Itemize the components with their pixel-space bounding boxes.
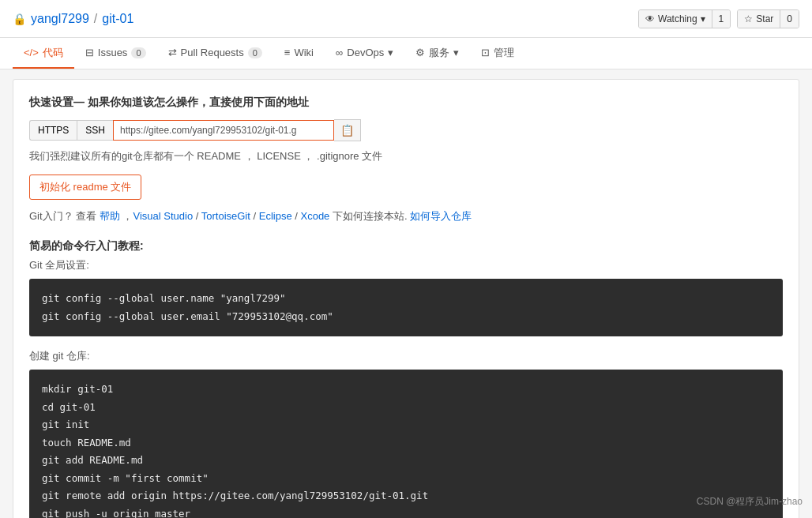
repo-title: 🔒 yangl7299 / git-01: [13, 12, 133, 26]
wiki-icon: ≡: [284, 47, 291, 58]
watch-label: Watching: [658, 13, 697, 24]
init-readme-button[interactable]: 初始化 readme 文件: [29, 175, 141, 200]
tab-pull-requests-label: Pull Requests: [181, 47, 244, 58]
nav-tabs: </> 代码 ⊟ Issues 0 ⇄ Pull Requests 0 ≡ Wi…: [0, 38, 812, 69]
top-bar-right: 👁 Watching ▾ 1 ☆ Star 0: [638, 9, 799, 28]
tab-service-label: 服务: [429, 46, 449, 60]
service-icon: ⚙: [415, 47, 425, 58]
star-icon: ☆: [744, 13, 753, 24]
chevron-down-icon: ▾: [701, 13, 705, 24]
copy-url-button[interactable]: 📋: [334, 119, 361, 141]
service-chevron-icon: ▾: [453, 47, 459, 58]
xcode-link[interactable]: Xcode: [300, 210, 329, 222]
star-button-group: ☆ Star 0: [737, 9, 799, 28]
issues-badge: 0: [131, 47, 145, 58]
help-link[interactable]: 帮助: [100, 210, 120, 222]
username-link[interactable]: yangl7299: [31, 12, 89, 26]
code-icon: </>: [24, 47, 39, 58]
create-repo-label: 创建 git 仓库:: [29, 349, 783, 363]
devops-chevron-icon: ▾: [388, 47, 393, 58]
tab-wiki[interactable]: ≡ Wiki: [273, 38, 325, 69]
import-link[interactable]: 如何导入仓库: [410, 210, 472, 222]
https-button[interactable]: HTTPS: [29, 120, 77, 141]
tab-devops-label: DevOps: [347, 47, 384, 58]
help-text: Git入门？ 查看 帮助 ，Visual Studio / TortoiseGi…: [29, 209, 783, 223]
visual-studio-link[interactable]: Visual Studio: [133, 210, 193, 222]
main-content: 快速设置— 如果你知道该怎么操作，直接使用下面的地址 HTTPS SSH 📋 我…: [13, 79, 799, 518]
eye-icon: 👁: [645, 13, 655, 24]
pull-requests-icon: ⇄: [168, 47, 177, 58]
simple-guide-title: 简易的命令行入门教程:: [29, 239, 783, 253]
tab-manage[interactable]: ⊡ 管理: [470, 38, 525, 69]
manage-icon: ⊡: [481, 47, 490, 58]
recommend-text: 我们强烈建议所有的git仓库都有一个 README ， LICENSE ， .g…: [29, 149, 783, 163]
quick-setup-title: 快速设置— 如果你知道该怎么操作，直接使用下面的地址: [29, 96, 783, 110]
issues-icon: ⊟: [85, 47, 94, 58]
tab-pull-requests[interactable]: ⇄ Pull Requests 0: [157, 38, 273, 69]
watch-main-button[interactable]: 👁 Watching ▾: [639, 10, 712, 28]
ssh-button[interactable]: SSH: [77, 120, 113, 141]
repo-url-input[interactable]: [113, 120, 334, 141]
separator: /: [94, 12, 97, 26]
repo-name-link[interactable]: git-01: [102, 12, 133, 26]
url-row: HTTPS SSH 📋: [29, 119, 783, 141]
tab-manage-label: 管理: [494, 46, 514, 60]
watch-button-group: 👁 Watching ▾ 1: [638, 9, 731, 28]
tab-service[interactable]: ⚙ 服务 ▾: [404, 38, 470, 69]
lock-icon: 🔒: [13, 13, 26, 25]
tab-devops[interactable]: ∞ DevOps ▾: [325, 38, 404, 69]
devops-icon: ∞: [336, 47, 343, 58]
eclipse-link[interactable]: Eclipse: [259, 210, 292, 222]
star-count[interactable]: 0: [780, 10, 799, 28]
git-global-code-block: git config --global user.name "yangl7299…: [29, 279, 783, 336]
watch-count[interactable]: 1: [712, 10, 731, 28]
top-bar: 🔒 yangl7299 / git-01 👁 Watching ▾ 1 ☆ St…: [0, 0, 812, 38]
star-label: Star: [756, 13, 773, 24]
tab-issues-label: Issues: [98, 47, 128, 58]
star-main-button[interactable]: ☆ Star: [738, 10, 780, 28]
tortoisegit-link[interactable]: TortoiseGit: [201, 210, 250, 222]
tab-code-label: 代码: [43, 46, 63, 60]
tab-wiki-label: Wiki: [294, 47, 314, 58]
create-repo-code-block: mkdir git-01 cd git-01 git init touch RE…: [29, 370, 783, 518]
tab-code[interactable]: </> 代码: [13, 38, 74, 69]
pull-requests-badge: 0: [248, 47, 262, 58]
tab-issues[interactable]: ⊟ Issues 0: [74, 38, 157, 69]
git-global-label: Git 全局设置:: [29, 258, 783, 272]
